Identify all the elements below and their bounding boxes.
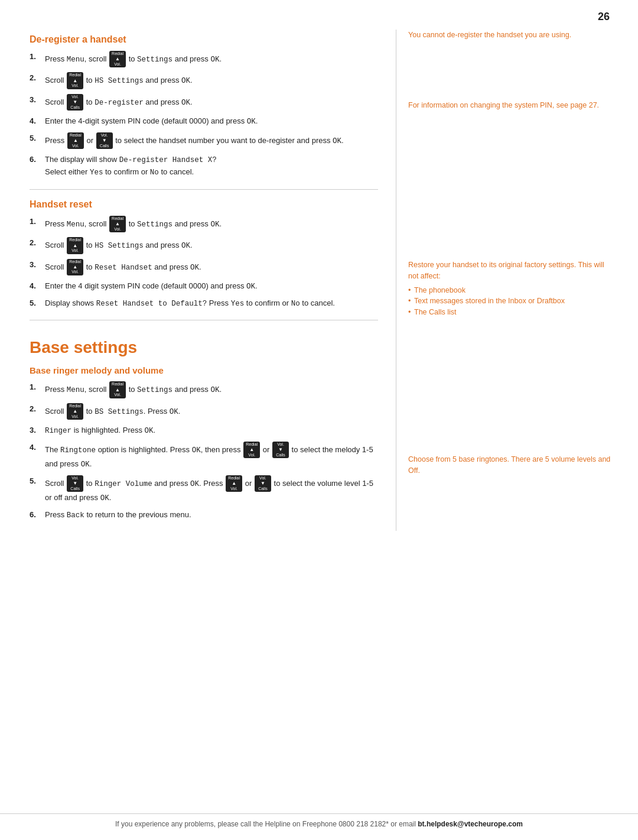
page-container: 26 De-register a handset 1. Press Menu, …	[0, 0, 638, 840]
base-ringer-subtitle: Base ringer melody and volume	[30, 365, 378, 375]
redial-vol-icon-5a: Redial▲Vol.	[67, 132, 84, 149]
page-number: 26	[598, 11, 610, 23]
reset-step-5: 5. Display shows Reset Handset to Defaul…	[30, 297, 378, 310]
deregister-section: De-register a handset 1. Press Menu, scr…	[30, 34, 378, 179]
redial-vol-icon-b5b: Redial▲Vol.	[226, 475, 242, 492]
vol-calls-icon-b5c: Vol.▼Calls	[255, 475, 271, 492]
base-step-4: 4. The Ringtone option is highlighted. P…	[30, 442, 378, 471]
right-spacer-3	[408, 336, 614, 454]
deregister-pin-note-text: For information on changing the system P…	[408, 101, 599, 109]
redial-vol-icon-b4a: Redial▲Vol.	[243, 442, 260, 458]
base-ringer-note: Choose from 5 base ringtones. There are …	[408, 454, 614, 477]
reset-step-2: 2. Scroll Redial▲Vol. to HS Settings and…	[30, 237, 378, 254]
handset-reset-note-main: Restore your handset to its original fac…	[408, 261, 604, 280]
base-ringer-note-text: Choose from 5 base ringtones. There are …	[408, 455, 610, 475]
vol-calls-icon-3: Vol.▼Calls	[67, 94, 83, 111]
right-spacer-1	[408, 59, 614, 100]
deregister-step-3: 3. Scroll Vol.▼Calls to De-register and …	[30, 94, 378, 111]
reset-step-1: 1. Press Menu, scroll Redial▲Vol. to Set…	[30, 216, 378, 232]
deregister-step-5: 5. Press Redial▲Vol. or Vol.▼Calls to se…	[30, 132, 378, 149]
footer-text: If you experience any problems, please c…	[115, 820, 418, 828]
base-step-2: 2. Scroll Redial▲Vol. to BS Settings. Pr…	[30, 403, 378, 420]
deregister-pin-note: For information on changing the system P…	[408, 100, 614, 111]
deregister-step-1: 1. Press Menu, scroll Redial▲Vol. to Set…	[30, 51, 378, 67]
divider-1	[30, 189, 378, 190]
right-spacer-2	[408, 129, 614, 260]
right-column: You cannot de-register the handset you a…	[396, 30, 614, 531]
redial-up-icon-1: Redial▲Vol.	[109, 51, 126, 67]
footer: If you experience any problems, please c…	[0, 813, 638, 828]
deregister-step-2: 2. Scroll Redial▲Vol. to HS Settings and…	[30, 72, 378, 89]
base-step-6: 6. Press Back to return to the previous …	[30, 509, 378, 521]
reset-step-4: 4. Enter the 4 digit system PIN code (de…	[30, 280, 378, 293]
redial-up-icon-r1: Redial▲Vol.	[109, 216, 126, 232]
handset-reset-section: Handset reset 1. Press Menu, scroll Redi…	[30, 199, 378, 310]
base-settings-title: Base settings	[30, 338, 378, 357]
deregister-step-6: 6. The display will show De-register Han…	[30, 154, 378, 179]
left-column: De-register a handset 1. Press Menu, scr…	[30, 30, 396, 531]
footer-email: bt.helpdesk@vtecheurope.com	[418, 820, 523, 828]
redial-up-icon-b1: Redial▲Vol.	[109, 381, 126, 398]
vol-calls-icon-5b: Vol.▼Calls	[96, 132, 113, 149]
deregister-steps: 1. Press Menu, scroll Redial▲Vol. to Set…	[30, 51, 378, 179]
deregister-note-text: You cannot de-register the handset you a…	[408, 31, 571, 39]
base-step-5: 5. Scroll Vol.▼Calls to Ringer Volume an…	[30, 475, 378, 504]
handset-reset-bullets: The phonebook Text messages stored in th…	[408, 285, 614, 318]
vol-calls-icon-b5a: Vol.▼Calls	[67, 475, 83, 492]
redial-vol-icon-b2: Redial▲Vol.	[67, 403, 83, 420]
base-step-3: 3. Ringer is highlighted. Press OK.	[30, 424, 378, 437]
divider-2	[30, 320, 378, 320]
base-ringer-steps: 1. Press Menu, scroll Redial▲Vol. to Set…	[30, 381, 378, 521]
vol-calls-icon-b4b: Vol.▼Calls	[272, 442, 289, 458]
deregister-step-4: 4. Enter the 4-digit system PIN code (de…	[30, 115, 378, 128]
redial-up-icon-r3: Redial▲Vol.	[67, 259, 83, 275]
redial-vol-icon-r2: Redial▲Vol.	[67, 237, 83, 254]
main-layout: De-register a handset 1. Press Menu, scr…	[30, 30, 614, 531]
base-settings-section: Base settings Base ringer melody and vol…	[30, 338, 378, 521]
handset-reset-note: Restore your handset to its original fac…	[408, 260, 614, 318]
bullet-phonebook: The phonebook	[408, 285, 614, 296]
deregister-note: You cannot de-register the handset you a…	[408, 30, 614, 41]
redial-vol-icon-2: Redial▲Vol.	[67, 72, 83, 89]
handset-reset-title: Handset reset	[30, 199, 378, 210]
bullet-calls-list: The Calls list	[408, 307, 614, 318]
handset-reset-steps: 1. Press Menu, scroll Redial▲Vol. to Set…	[30, 216, 378, 310]
reset-step-3: 3. Scroll Redial▲Vol. to Reset Handset a…	[30, 259, 378, 275]
deregister-title: De-register a handset	[30, 34, 378, 45]
bullet-text-messages: Text messages stored in the Inbox or Dra…	[408, 296, 614, 307]
base-step-1: 1. Press Menu, scroll Redial▲Vol. to Set…	[30, 381, 378, 398]
